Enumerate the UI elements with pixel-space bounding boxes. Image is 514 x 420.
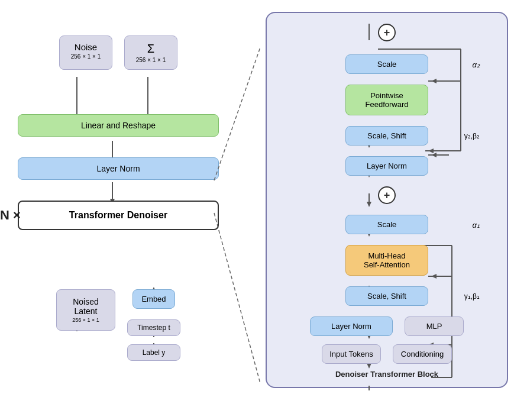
scale-bottom-box: Scale [345,215,428,234]
pointwise-box: Pointwise Feedforward [345,85,428,115]
layer-norm-box: Layer Norm [18,157,219,180]
svg-marker-39 [428,148,434,153]
left-section: Noise 256 × 1 × 1 Σ 256 × 1 × 1 Linear a… [18,35,219,361]
plus-bottom-symbol: + [384,190,390,201]
svg-line-55 [214,213,260,383]
noised-latent-box: Noised Latent 256 × 1 × 1 [56,289,115,331]
layer-norm-top-box: Layer Norm [345,156,428,176]
gamma1-beta1-label: γ₁,β₁ [464,292,480,301]
input-tokens-label: Input Tokens [329,350,373,358]
embed-box: Embed [132,289,174,309]
noised-latent-label: Noised Latent [65,297,106,316]
multihead-box: Multi-Head Self-Attention [345,245,428,276]
noised-sub: 256 × 1 × 1 [65,317,106,323]
linear-reshape-label: Linear and Reshape [81,121,156,130]
sigma-label: Σ [135,42,166,56]
layer-norm-label: Layer Norm [96,164,140,173]
layer-norm-bottom-label: Layer Norm [331,322,371,331]
scale-shift-bottom-label: Scale, Shift [367,292,406,301]
embed-label: Embed [141,295,166,303]
scale-shift-top-label: Scale, Shift [367,131,406,140]
transformer-box: Transformer Denoiser [18,201,219,230]
label-y-label: Label y [143,348,166,357]
linear-reshape-box: Linear and Reshape [18,114,219,137]
plus-top: + [378,24,396,41]
timestep-box: Timestep t [127,319,180,336]
svg-marker-34 [367,363,371,369]
timestep-label: Timestep t [137,324,170,332]
block-label: Denoiser Transformer Block [277,370,496,379]
right-section: + Scale α₂ Pointwise Feedforward [266,12,508,388]
alpha1-label: α₁ [473,220,480,229]
plus-top-symbol: + [384,27,390,38]
noise-box: Noise 256 × 1 × 1 [59,35,112,70]
input-tokens-box: Input Tokens [322,344,381,364]
scale-bottom-label: Scale [377,220,397,229]
scale-shift-top-box: Scale, Shift [345,126,428,146]
right-inner: + Scale α₂ Pointwise Feedforward [277,24,496,364]
svg-line-54 [214,47,260,180]
diagram-container: Noise 256 × 1 × 1 Σ 256 × 1 × 1 Linear a… [0,0,514,420]
scale-shift-bottom-box: Scale, Shift [345,286,428,306]
conditioning-box: Conditioning [393,344,452,364]
layer-norm-bottom-box: Layer Norm [310,316,393,336]
noise-label: Noise [70,42,101,52]
scale-top-box: Scale [345,54,428,74]
label-y-box: Label y [127,344,180,361]
svg-marker-45 [431,79,437,83]
sigma-box: Σ 256 × 1 × 1 [124,35,177,70]
transformer-label: Transformer Denoiser [69,210,167,220]
plus-bottom: + [378,186,396,204]
mlp-label: MLP [426,322,442,331]
sigma-sub: 256 × 1 × 1 [135,57,166,63]
layer-norm-top-label: Layer Norm [367,161,407,170]
pointwise-label: Pointwise Feedforward [357,91,417,109]
gamma2-beta2-label: γ₂,β₂ [464,132,480,140]
multihead-label: Multi-Head Self-Attention [357,251,417,269]
conditioning-label: Conditioning [401,350,444,358]
nx-label: N × [0,208,21,223]
scale-top-label: Scale [377,60,397,69]
noise-sub: 256 × 1 × 1 [70,53,101,60]
mlp-box: MLP [405,316,464,336]
alpha2-label: α₂ [473,60,480,69]
embed-column: Embed Timestep t Label y [127,289,180,361]
